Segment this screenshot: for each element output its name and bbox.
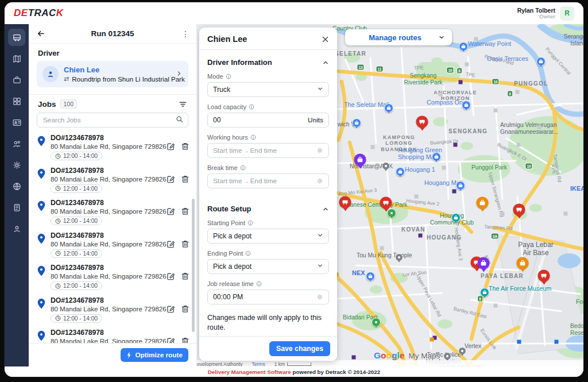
job-list-item[interactable]: DO#1234678978 80 Mandai Lake Rd, Singapo… [29, 326, 196, 343]
map-marker-pin[interactable] [477, 197, 489, 209]
job-list-item[interactable]: DO#1234678978 80 Mandai Lake Rd, Singapo… [29, 261, 196, 294]
map-marker-pin[interactable] [354, 154, 366, 166]
map-marker-circ[interactable] [451, 213, 461, 222]
job-pin-icon [37, 167, 51, 182]
map-marker-gpin[interactable] [395, 253, 403, 261]
edit-icon[interactable] [167, 272, 175, 280]
map-marker-circ[interactable] [352, 118, 361, 128]
clock-icon [55, 250, 61, 256]
sidebar-item-document[interactable] [8, 199, 25, 216]
edit-icon[interactable] [167, 175, 175, 183]
edit-icon[interactable] [167, 304, 175, 313]
optimize-route-button[interactable]: Optimize route [121, 348, 188, 362]
break-time-field[interactable]: Start time → End time [207, 173, 329, 188]
kebab-menu-icon[interactable]: ⋮ [181, 31, 189, 37]
map-marker-circ[interactable] [462, 101, 471, 110]
map-marker-circ[interactable] [536, 57, 546, 66]
google-logo: Google [374, 350, 404, 361]
search-icon[interactable] [176, 115, 183, 125]
gear-icon[interactable] [316, 294, 323, 300]
route-setup-section[interactable]: Route Setup [207, 204, 329, 213]
delete-icon[interactable] [181, 240, 189, 248]
map-marker-circ[interactable] [432, 152, 441, 161]
chevron-right-icon [176, 69, 183, 79]
job-release-time-field[interactable]: 00:00 PM [207, 290, 329, 304]
sidebar-item-van[interactable] [8, 29, 25, 46]
map-marker-circ[interactable] [459, 42, 468, 51]
map-marker-pin[interactable] [538, 270, 550, 282]
gear-icon[interactable] [316, 147, 323, 154]
sidebar-item-users[interactable] [8, 135, 25, 152]
job-list-item[interactable]: DO#1234678978 80 Mandai Lake Rd, Singapo… [29, 164, 196, 196]
job-address: 80 Mandai Lake Rd, Singapore 729826 [51, 207, 162, 215]
map-marker-pin[interactable] [339, 196, 351, 209]
job-list-item[interactable]: DO#1234678978 80 Mandai Lake Rd, Singapo… [29, 294, 196, 326]
delete-icon[interactable] [181, 175, 189, 183]
delete-icon[interactable] [181, 142, 189, 151]
job-list-item[interactable]: DO#1234678978 80 Mandai Lake Rd, Singapo… [29, 196, 196, 229]
document-icon [12, 203, 22, 213]
sidebar-item-person[interactable] [8, 220, 25, 237]
sidebar-item-briefcase[interactable] [8, 71, 25, 88]
edit-icon[interactable] [167, 337, 175, 343]
map-marker-pin[interactable] [478, 257, 490, 269]
delete-icon[interactable] [181, 337, 189, 343]
avatar[interactable]: R [560, 6, 574, 21]
working-hours-label: Working hours [207, 134, 329, 141]
edit-icon[interactable] [167, 142, 175, 151]
sidebar-item-gear[interactable] [8, 156, 25, 173]
map-marker-circ[interactable] [366, 272, 375, 281]
user-menu[interactable]: Rylan Tolbert Owner R [517, 6, 574, 21]
map-marker-pin[interactable] [513, 204, 525, 216]
job-list-item[interactable]: DO#1234678978 80 Mandai Lake Rd, Singapo… [29, 131, 196, 164]
map-marker-gpin[interactable] [382, 162, 390, 170]
map-marker-gpin[interactable] [443, 352, 451, 360]
chevron-down-icon [317, 232, 323, 240]
working-hours-field[interactable]: Start time → End time [207, 143, 329, 158]
job-address: 80 Mandai Lake Rd, Singapore 729826 [51, 272, 162, 280]
save-changes-button[interactable]: Save changes [269, 341, 330, 356]
job-time-window: 12:00 - 14:00 [51, 281, 102, 290]
map-marker-pin[interactable] [416, 116, 428, 128]
filter-icon[interactable] [179, 100, 187, 109]
job-list-item[interactable]: DO#1234678978 80 Mandai Lake Rd, Singapo… [29, 229, 196, 261]
map-marker-pin[interactable] [380, 197, 392, 209]
load-capacity-field[interactable]: 00 Units [207, 113, 329, 128]
map-marker-circ[interactable] [387, 209, 396, 218]
scrollbar-thumb[interactable] [192, 199, 195, 332]
road-shield: 11 [377, 67, 383, 72]
chevron-up-icon[interactable] [322, 206, 329, 213]
edit-icon[interactable] [167, 240, 175, 248]
delete-icon[interactable] [181, 207, 189, 215]
back-icon[interactable] [37, 29, 45, 38]
jobs-search [37, 113, 188, 128]
sidebar-item-map[interactable] [8, 50, 25, 67]
ending-point-select[interactable]: Pick a depot [207, 259, 329, 274]
sidebar-item-globe[interactable] [8, 178, 25, 195]
delete-icon[interactable] [181, 304, 189, 313]
map[interactable]: Country ClubSELETARSENGKANGPUNGGOLSerang… [197, 24, 583, 366]
manage-routes-dropdown[interactable]: Manage routes [345, 29, 452, 45]
map-marker-pin[interactable] [517, 257, 529, 269]
close-icon[interactable] [322, 36, 329, 43]
map-marker-gpin[interactable] [458, 347, 466, 355]
sidebar-item-grid[interactable] [8, 92, 25, 110]
map-marker-circ[interactable] [480, 288, 489, 297]
delete-icon[interactable] [181, 272, 189, 280]
driver-card[interactable]: Chien Lee ⇄Roundtrip from Shun Li Indust… [37, 61, 188, 87]
map-marker-circ[interactable] [372, 318, 381, 327]
sidebar [5, 24, 29, 366]
chevron-up-icon[interactable] [322, 59, 329, 66]
edit-icon[interactable] [167, 207, 175, 215]
gear-icon[interactable] [316, 178, 323, 184]
sidebar-item-id-badge[interactable] [8, 114, 25, 131]
map-marker-circ[interactable] [456, 181, 465, 190]
map-label: NEX [352, 269, 365, 277]
search-input[interactable] [42, 115, 172, 125]
terms-link[interactable]: Terms [252, 361, 265, 367]
map-marker-circ[interactable] [396, 167, 405, 176]
mode-select[interactable]: Truck [207, 82, 329, 97]
driver-information-section[interactable]: Driver Information [207, 58, 329, 67]
map-marker-circ[interactable] [384, 103, 393, 113]
starting-point-select[interactable]: Pick a depot [207, 229, 329, 244]
